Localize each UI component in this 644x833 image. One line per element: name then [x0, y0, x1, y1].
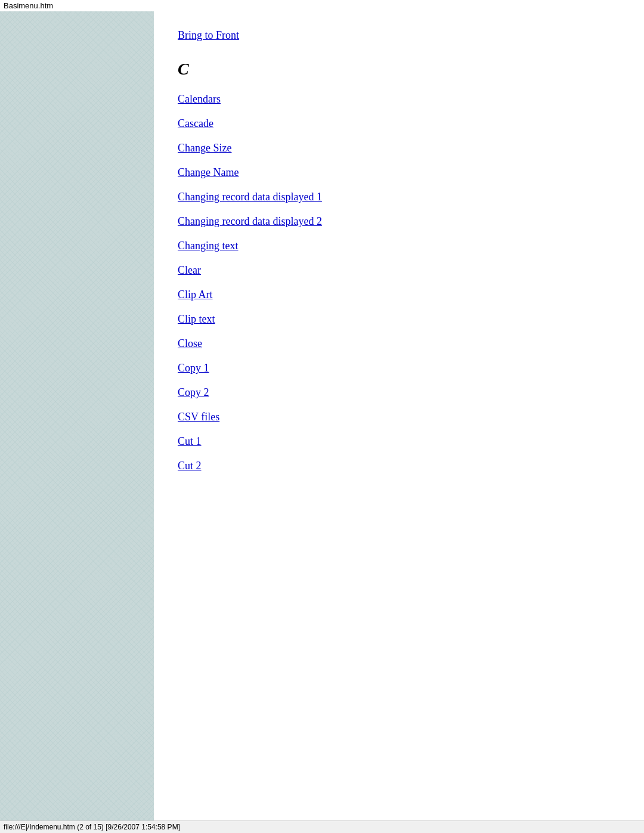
sidebar: [0, 11, 154, 822]
index-link-11[interactable]: Copy 1: [178, 362, 620, 374]
index-link-2[interactable]: Change Size: [178, 142, 620, 154]
status-text: file:///E|/Indemenu.htm (2 of 15) [9/26/…: [4, 823, 180, 831]
index-link-7[interactable]: Clear: [178, 264, 620, 277]
index-link-9[interactable]: Clip text: [178, 313, 620, 326]
title-bar: Basimenu.htm: [0, 0, 644, 11]
index-link-10[interactable]: Close: [178, 337, 620, 350]
index-link-3[interactable]: Change Name: [178, 166, 620, 179]
index-link-8[interactable]: Clip Art: [178, 289, 620, 301]
index-link-0[interactable]: Calendars: [178, 93, 620, 106]
bring-to-front-link[interactable]: Bring to Front: [178, 29, 620, 42]
index-link-5[interactable]: Changing record data displayed 2: [178, 215, 620, 228]
main-layout: Bring to Front C CalendarsCascadeChange …: [0, 11, 644, 822]
links-list: CalendarsCascadeChange SizeChange NameCh…: [178, 93, 620, 472]
index-link-1[interactable]: Cascade: [178, 117, 620, 130]
content: Bring to Front C CalendarsCascadeChange …: [154, 11, 644, 822]
index-link-13[interactable]: CSV files: [178, 411, 620, 423]
index-link-6[interactable]: Changing text: [178, 240, 620, 252]
index-link-14[interactable]: Cut 1: [178, 435, 620, 448]
index-link-12[interactable]: Copy 2: [178, 386, 620, 399]
index-link-15[interactable]: Cut 2: [178, 460, 620, 472]
section-header: C: [178, 60, 620, 79]
index-link-4[interactable]: Changing record data displayed 1: [178, 191, 620, 203]
status-bar: file:///E|/Indemenu.htm (2 of 15) [9/26/…: [0, 820, 644, 833]
title-text: Basimenu.htm: [4, 1, 53, 10]
